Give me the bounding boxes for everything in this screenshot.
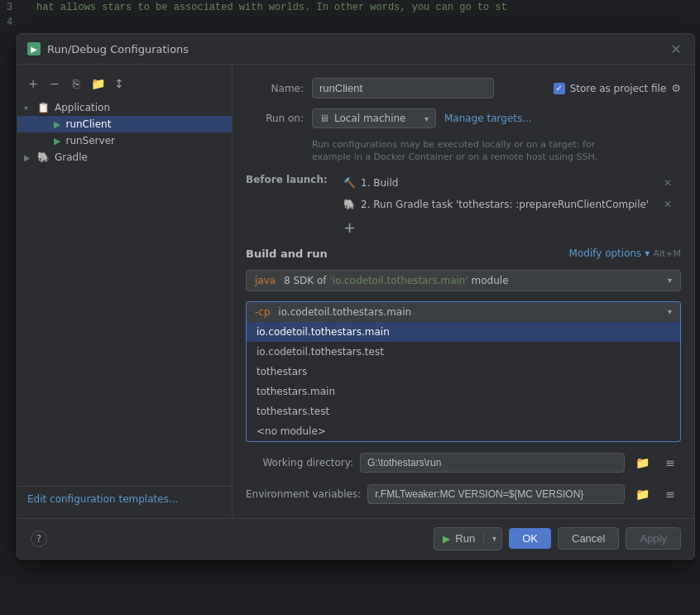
working-directory-browse-button[interactable]: 📁 <box>631 452 653 473</box>
dropdown-item-5[interactable]: <no module> <box>247 421 680 441</box>
help-button[interactable]: ? <box>31 531 47 547</box>
gradle-task-icon: 🐘 <box>343 199 356 210</box>
modify-options-label: Modify options <box>569 247 642 259</box>
env-var-button[interactable]: ≡ <box>659 483 681 505</box>
name-label: Name: <box>246 83 304 94</box>
tree-toolbar: + − ⎘ 📁 ↕ <box>17 71 232 96</box>
cp-dropdown[interactable]: -cp io.codetoil.tothestars.main ▾ <box>246 301 681 322</box>
manage-targets-link[interactable]: Manage targets... <box>444 113 532 124</box>
add-launch-item-button[interactable]: + <box>337 217 681 238</box>
store-project-file-label: Store as project file <box>570 83 667 94</box>
working-directory-var-button[interactable]: ≡ <box>659 452 681 473</box>
run-debug-dialog: ▶ Run/Debug Configurations ✕ + − ⎘ 📁 ↕ ▾… <box>17 33 695 560</box>
launch-item-2-close[interactable]: ✕ <box>661 198 674 211</box>
run-client-label: runClient <box>65 118 111 130</box>
run-on-label: Run on: <box>246 113 304 124</box>
launch-item-2: 🐘 2. Run Gradle task 'tothestars: :prepa… <box>337 195 681 214</box>
dropdown-item-1[interactable]: io.codetoil.tothestars.test <box>247 342 680 362</box>
tree-node-runclient[interactable]: ▶ runClient <box>17 116 232 132</box>
working-directory-row: Working directory: 📁 ≡ <box>246 452 681 473</box>
before-launch-section: Before launch: 🔨 1. Build ✕ 🐘 2. Run Gra… <box>246 174 681 238</box>
build-run-header: Build and run Modify options ▾ Alt+M <box>246 247 681 260</box>
dropdown-item-2[interactable]: tothestars <box>247 362 680 382</box>
store-project-file-row: ✓ Store as project file ⚙ <box>554 82 681 94</box>
before-launch-label: Before launch: <box>246 174 328 185</box>
run-server-label: runServer <box>65 135 115 147</box>
modify-options-button[interactable]: Modify options ▾ Alt+M <box>569 247 681 259</box>
working-directory-input[interactable] <box>360 453 625 473</box>
before-launch-items: 🔨 1. Build ✕ 🐘 2. Run Gradle task 'tothe… <box>337 174 681 238</box>
tree-node-gradle[interactable]: ▶ 🐘 Gradle <box>17 149 232 166</box>
remove-config-button[interactable]: − <box>46 74 64 93</box>
build-run-title: Build and run <box>246 247 328 260</box>
store-project-file-checkbox[interactable]: ✓ <box>554 83 565 94</box>
gear-icon[interactable]: ⚙ <box>671 82 681 94</box>
ok-button[interactable]: OK <box>509 528 551 549</box>
java-keyword: java <box>255 275 276 286</box>
dialog-titlebar: ▶ Run/Debug Configurations ✕ <box>17 34 694 65</box>
tree-node-runserver[interactable]: ▶ runServer <box>17 132 232 149</box>
dialog-footer: ? ▶ Run ▾ OK Cancel Apply <box>17 518 694 559</box>
launch-item-1-close[interactable]: ✕ <box>661 176 674 190</box>
run-triangle-icon: ▶ <box>443 533 450 545</box>
run-button[interactable]: ▶ Run ▾ <box>434 527 502 550</box>
java-sdk-value: 8 SDK of 'io.codetoil.tothestars.main' m… <box>280 275 508 286</box>
launch-item-1-text: 1. Build <box>361 177 398 189</box>
local-machine-label: Local machine <box>334 113 405 124</box>
env-variables-input[interactable] <box>367 484 625 504</box>
cp-flag: -cp <box>255 306 271 318</box>
gradle-label: Gradle <box>55 151 88 163</box>
name-input[interactable] <box>312 78 494 98</box>
run-on-row: Run on: 🖥 Local machine ▾ Manage targets… <box>246 108 681 128</box>
working-directory-label: Working directory: <box>246 457 353 468</box>
run-on-dropdown[interactable]: 🖥 Local machine ▾ <box>312 108 436 128</box>
local-icon: 🖥 <box>319 113 329 124</box>
cp-value: io.codetoil.tothestars.main <box>276 306 412 318</box>
build-icon: 🔨 <box>343 177 356 189</box>
java-sdk-dropdown-arrow: ▾ <box>668 276 672 285</box>
launch-item-2-text: 2. Run Gradle task 'tothestars: :prepare… <box>361 199 649 210</box>
dropdown-item-3[interactable]: tothestars.main <box>247 382 680 401</box>
modify-options-shortcut: Alt+M <box>653 248 681 259</box>
cp-dropdown-list: io.codetoil.tothestars.main io.codetoil.… <box>246 322 681 442</box>
editor-line-1: 3 hat allows stars to be associated with… <box>0 0 700 15</box>
cancel-button[interactable]: Cancel <box>558 527 619 550</box>
cp-dropdown-arrow: ▾ <box>668 307 672 316</box>
apply-button[interactable]: Apply <box>626 527 681 550</box>
application-label: Application <box>55 102 110 113</box>
launch-item-1: 🔨 1. Build ✕ <box>337 174 681 192</box>
close-button[interactable]: ✕ <box>668 41 684 57</box>
env-variables-row: Environment variables: 📁 ≡ <box>246 483 681 505</box>
cp-dropdown-wrapper: -cp io.codetoil.tothestars.main ▾ io.cod… <box>246 301 681 442</box>
env-variables-label: Environment variables: <box>246 488 361 500</box>
dropdown-item-0[interactable]: io.codetoil.tothestars.main <box>247 322 680 342</box>
left-panel: + − ⎘ 📁 ↕ ▾ 📋 Application ▶ runCli <box>17 65 233 518</box>
modify-options-arrow-icon: ▾ <box>645 247 650 259</box>
run-divider <box>483 532 484 545</box>
right-panel: Name: ✓ Store as project file ⚙ Run on: … <box>233 65 694 518</box>
dialog-title: Run/Debug Configurations <box>47 43 661 55</box>
name-row: Name: ✓ Store as project file ⚙ <box>246 78 681 98</box>
dropdown-item-4[interactable]: tothestars.test <box>247 401 680 421</box>
dialog-body: + − ⎘ 📁 ↕ ▾ 📋 Application ▶ runCli <box>17 65 694 518</box>
run-label: Run <box>455 532 475 545</box>
config-tree: ▾ 📋 Application ▶ runClient ▶ runServer <box>17 96 232 486</box>
editor-line-2: 4 <box>0 15 700 30</box>
run-on-hint: Run configurations may be executed local… <box>312 138 681 164</box>
run-dropdown-arrow[interactable]: ▾ <box>492 534 496 543</box>
folder-config-button[interactable]: 📁 <box>89 74 107 93</box>
env-browse-button[interactable]: 📁 <box>631 483 653 505</box>
tree-node-application[interactable]: ▾ 📋 Application <box>17 99 232 116</box>
java-sdk-dropdown[interactable]: java 8 SDK of 'io.codetoil.tothestars.ma… <box>246 270 681 291</box>
add-config-button[interactable]: + <box>24 74 42 93</box>
dialog-app-icon: ▶ <box>27 42 41 55</box>
copy-config-button[interactable]: ⎘ <box>67 74 85 93</box>
edit-config-templates-link[interactable]: Edit configuration templates... <box>17 486 232 512</box>
sort-config-button[interactable]: ↕ <box>110 74 128 93</box>
dropdown-arrow-icon: ▾ <box>424 114 429 123</box>
